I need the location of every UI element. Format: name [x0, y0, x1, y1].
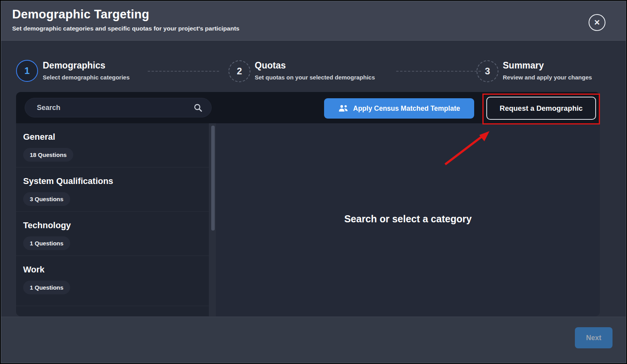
- question-count-badge: 18 Questions: [23, 148, 73, 162]
- category-name: Technology: [23, 220, 202, 231]
- search-box[interactable]: [25, 98, 212, 117]
- category-item-system-qualifications[interactable]: System Qualifications 3 Questions: [16, 168, 209, 212]
- step-3-number: 3: [485, 66, 490, 77]
- close-button[interactable]: ✕: [589, 14, 605, 31]
- step-2-text: Quotas Set quotas on your selected demog…: [255, 60, 375, 81]
- sidebar-scrollbar[interactable]: [211, 126, 215, 231]
- request-demographic-button[interactable]: Request a Demographic: [486, 97, 596, 120]
- step-1-description: Select demographic categories: [43, 74, 130, 81]
- step-3-text: Summary Review and apply your changes: [503, 60, 592, 81]
- toolbar: Apply Census Matched Template Request a …: [16, 92, 600, 123]
- category-item-general[interactable]: General 18 Questions: [16, 123, 209, 168]
- search-input[interactable]: [37, 104, 193, 112]
- step-1-label: Demographics: [43, 60, 130, 71]
- step-2-number: 2: [237, 66, 242, 77]
- screen: Demographic Targeting Set demographic ca…: [0, 0, 627, 364]
- step-2-description: Set quotas on your selected demographics: [255, 74, 375, 81]
- apply-census-template-label: Apply Census Matched Template: [353, 105, 460, 113]
- search-icon: [193, 103, 203, 112]
- question-count-badge: 1 Questions: [23, 281, 70, 294]
- step-3-circle: 3: [477, 60, 498, 82]
- step-1-text: Demographics Select demographic categori…: [43, 60, 130, 81]
- question-count-badge: 3 Questions: [23, 192, 70, 206]
- step-3-description: Review and apply your changes: [503, 74, 592, 81]
- step-1-circle: 1: [16, 60, 38, 82]
- category-name: General: [23, 132, 202, 142]
- category-item-technology[interactable]: Technology 1 Questions: [16, 212, 209, 256]
- people-icon: [338, 105, 348, 112]
- next-button[interactable]: Next: [575, 327, 613, 348]
- step-connector-1: [148, 71, 219, 72]
- modal-subtitle: Set demographic categories and specific …: [12, 25, 615, 32]
- category-name: System Qualifications: [23, 176, 202, 186]
- apply-census-template-button[interactable]: Apply Census Matched Template: [324, 98, 474, 119]
- category-item-work[interactable]: Work 1 Questions: [16, 256, 209, 306]
- question-count-badge: 1 Questions: [23, 236, 70, 250]
- step-3-label: Summary: [503, 60, 592, 71]
- step-connector-2: [396, 71, 481, 72]
- step-1-number: 1: [24, 65, 29, 76]
- modal-header: Demographic Targeting Set demographic ca…: [1, 1, 626, 41]
- empty-state-text: Search or select a category: [344, 213, 471, 225]
- modal-title: Demographic Targeting: [12, 7, 615, 22]
- step-2-circle: 2: [228, 60, 250, 82]
- category-detail-panel: Search or select a category: [216, 123, 600, 316]
- category-item-clipped[interactable]: Geographic: [16, 306, 209, 316]
- category-name: Work: [23, 265, 202, 275]
- modal-footer: Next: [1, 317, 626, 363]
- demographic-targeting-modal: Demographic Targeting Set demographic ca…: [1, 1, 626, 363]
- request-demographic-label: Request a Demographic: [500, 104, 583, 112]
- close-icon: ✕: [594, 18, 600, 27]
- step-2-label: Quotas: [255, 60, 375, 71]
- category-sidebar: General 18 Questions System Qualificatio…: [16, 123, 209, 316]
